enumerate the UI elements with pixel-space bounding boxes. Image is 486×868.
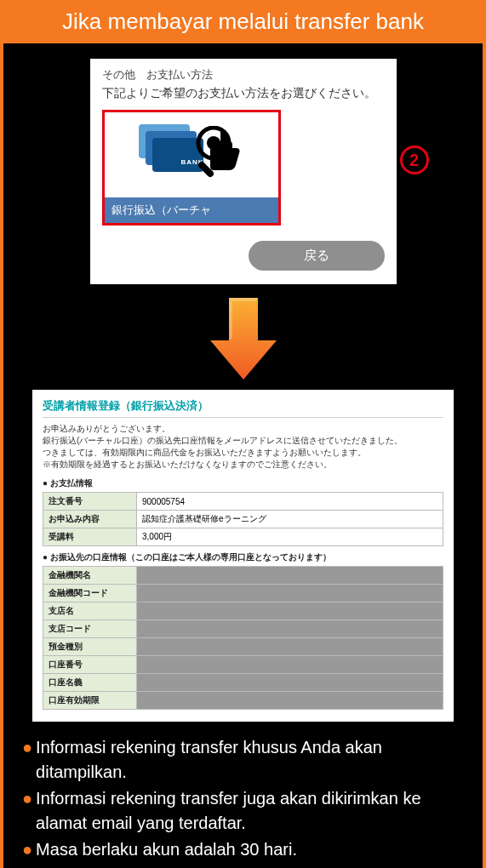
card-title: Jika membayar melalui transfer bank [62,9,424,34]
row-label: 注文番号 [43,493,137,511]
tap-hand-icon [190,126,249,197]
instruction-card: Jika membayar melalui transfer bank その他 … [0,0,486,868]
table-row: 金融機関名 [43,567,443,585]
row-label: 支店コード [43,620,137,638]
panel1-instruction: 下記よりご希望のお支払い方法をお選びください。 [102,86,385,101]
step-number-badge: 2 [400,146,429,174]
table-row: お申込み内容 認知症介護基礎研修eラーニング [43,511,443,528]
panel2-title: 受講者情報登録（銀行振込決済） [43,398,443,418]
table-row: 口座番号 [43,656,443,674]
notes-list: ● Informasi rekening transfer khusus And… [22,735,464,868]
table-row: 支店名 [43,602,443,620]
row-value-redacted [137,674,443,692]
bullet-icon: ● [22,786,32,811]
bullet-icon: ● [22,864,32,868]
bank-info-panel: 受講者情報登録（銀行振込決済） お申込みありがとうございます。 銀行振込(バーチ… [32,390,454,722]
row-value-redacted [137,585,443,602]
note-text: Masa berlaku akun adalah 30 hari. [36,837,464,862]
row-label: 金融機関名 [43,567,137,585]
bullet-icon: ● [22,837,32,862]
panel1-label: その他 お支払い方法 [102,67,385,83]
row-label: お申込み内容 [43,511,137,528]
table-row: 口座名義 [43,674,443,692]
table-row: 預金種別 [43,638,443,656]
note-item: ● Masa berlaku akun adalah 30 hari. [22,837,464,862]
row-label: 預金種別 [43,638,137,656]
table-row: 受講料 3,000円 [43,528,443,546]
row-label: 受講料 [43,528,137,546]
row-label: 口座有効期限 [43,692,137,710]
back-button-label: 戻る [304,248,329,262]
row-value: 認知症介護基礎研修eラーニング [137,511,443,528]
row-label: 口座名義 [43,674,137,692]
down-arrow-icon [22,296,464,385]
row-value-redacted [137,602,443,620]
thanks-line: 銀行振込(バーチャル口座）の振込先口座情報をメールアドレスに送信させていただきま… [43,435,443,447]
card-body: その他 お支払い方法 下記よりご希望のお支払い方法をお選びください。 BANK [3,43,483,868]
thanks-line: つきましては、有効期限内に商品代金をお振込いただきますようお願いいたします。 [43,447,443,459]
payment-method-panel: その他 お支払い方法 下記よりご希望のお支払い方法をお選びください。 BANK [90,59,397,284]
thanks-line: ※有効期限を経過するとお振込いただけなくなりますのでご注意ください。 [43,459,443,471]
bank-transfer-tile-highlight: BANK 銀行振込（バーチャ [102,110,281,226]
table-row: 口座有効期限 [43,692,443,710]
table-row: 金融機関コード [43,585,443,602]
note-text: Informasi rekening transfer juga akan di… [36,786,464,836]
table-row: 支店コード [43,620,443,638]
back-button[interactable]: 戻る [249,241,385,271]
row-value-redacted [137,638,443,656]
note-item: ● Anda dapat memulai kursus setelah pemb… [22,864,464,868]
card-header: Jika membayar melalui transfer bank [3,3,483,43]
bank-section-header: ● お振込先の口座情報（この口座はご本人様の専用口座となっております） [43,551,443,563]
note-text: Anda dapat memulai kursus setelah pembay… [36,864,464,868]
payment-section-header: ● お支払情報 [43,477,443,489]
row-value-redacted [137,656,443,674]
row-value-redacted [137,692,443,710]
row-value-redacted [137,567,443,585]
bank-info-table: 金融機関名 金融機関コード 支店名 支店コード 預金種別 口座番号 口座名義 口… [43,566,443,710]
row-value: 3,000円 [137,528,443,546]
note-item: ● Informasi rekening transfer juga akan … [22,786,464,836]
row-label: 金融機関コード [43,585,137,602]
note-item: ● Informasi rekening transfer khusus And… [22,735,464,785]
note-text: Informasi rekening transfer khusus Anda … [36,735,464,785]
row-value-redacted [137,620,443,638]
thanks-line: お申込みありがとうございます。 [43,423,443,435]
row-value: 900005754 [137,493,443,511]
table-row: 注文番号 900005754 [43,493,443,511]
bank-tile-label: 銀行振込（バーチャ [105,197,278,223]
row-label: 口座番号 [43,656,137,674]
panel2-thanks: お申込みありがとうございます。 銀行振込(バーチャル口座）の振込先口座情報をメー… [43,423,443,471]
row-label: 支店名 [43,602,137,620]
bank-transfer-tile[interactable]: BANK 銀行振込（バーチャ [105,112,278,223]
payment-info-table: 注文番号 900005754 お申込み内容 認知症介護基礎研修eラーニング 受講… [43,492,443,546]
bullet-icon: ● [22,735,32,760]
